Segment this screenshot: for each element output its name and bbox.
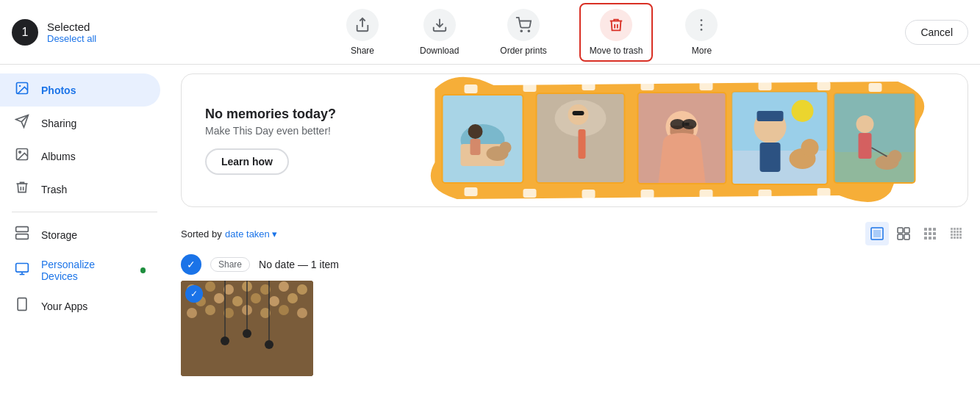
svg-rect-32: [700, 190, 713, 198]
sidebar-photos-label: Photos: [41, 84, 76, 96]
svg-point-124: [297, 308, 307, 318]
sidebar-item-sharing[interactable]: Sharing: [0, 107, 160, 140]
albums-icon: [15, 147, 29, 165]
sidebar-trash-icon: [15, 180, 29, 198]
sidebar-item-albums[interactable]: Albums: [0, 140, 160, 173]
selected-info: Selected Deselect all: [47, 21, 96, 44]
sort-type[interactable]: date taken ▾: [225, 228, 277, 240]
svg-rect-55: [685, 123, 690, 126]
view-tiny-button[interactable]: [945, 222, 968, 245]
svg-rect-84: [933, 232, 936, 235]
svg-point-68: [856, 115, 874, 133]
banner-title: No memories today?: [205, 107, 364, 122]
svg-rect-29: [523, 189, 537, 198]
download-button[interactable]: Download: [411, 3, 468, 62]
svg-rect-11: [16, 227, 29, 232]
svg-point-2: [701, 19, 703, 21]
svg-rect-97: [954, 234, 956, 236]
sidebar-storage-label: Storage: [41, 229, 77, 241]
svg-point-59: [792, 100, 814, 122]
svg-rect-99: [959, 234, 962, 236]
svg-rect-90: [956, 228, 959, 230]
svg-rect-62: [760, 143, 781, 172]
section-title: No date — 1 item: [259, 259, 339, 270]
svg-rect-22: [582, 82, 595, 90]
svg-rect-86: [929, 237, 931, 240]
view-large-button[interactable]: [865, 222, 889, 245]
svg-rect-61: [757, 111, 784, 121]
no-date-label: No date: [259, 259, 295, 270]
svg-rect-92: [951, 231, 953, 233]
selected-count-badge: 1: [12, 19, 38, 46]
svg-rect-98: [956, 234, 959, 236]
toolbar: 1 Selected Deselect all Share Download: [0, 0, 980, 65]
svg-rect-48: [579, 129, 586, 159]
svg-point-111: [297, 284, 307, 295]
photo-thumbnail[interactable]: ✓: [181, 281, 313, 376]
personalize-dot: [140, 267, 146, 273]
storage-icon: [15, 226, 29, 244]
sidebar-item-storage[interactable]: Storage: [0, 218, 160, 251]
svg-rect-33: [759, 190, 772, 198]
photo-grid: ✓: [181, 281, 968, 376]
svg-rect-15: [16, 263, 29, 272]
svg-rect-18: [18, 298, 26, 311]
view-small-button[interactable]: [918, 222, 942, 245]
section-header: ✓ Share No date — 1 item: [181, 254, 968, 275]
selected-label: Selected: [47, 21, 96, 33]
learn-how-button[interactable]: Learn how: [205, 148, 289, 175]
sidebar-item-photos[interactable]: Photos: [0, 73, 160, 107]
deselect-all-link[interactable]: Deselect all: [47, 33, 96, 44]
svg-rect-91: [959, 228, 962, 230]
svg-rect-87: [933, 237, 936, 240]
share-label: Share: [351, 46, 374, 56]
view-medium-button[interactable]: [892, 222, 915, 245]
svg-rect-69: [859, 133, 872, 159]
share-button[interactable]: Share: [337, 3, 387, 62]
sidebar-item-trash[interactable]: Trash: [0, 173, 160, 206]
more-button[interactable]: More: [676, 3, 726, 62]
svg-point-39: [468, 124, 483, 139]
svg-point-117: [287, 293, 298, 303]
sidebar-your-apps-label: Your Apps: [41, 300, 87, 312]
svg-point-6: [19, 85, 21, 87]
sidebar-item-personalize-devices[interactable]: Personalize Devices: [0, 251, 160, 289]
cancel-button[interactable]: Cancel: [905, 20, 968, 45]
svg-point-113: [214, 293, 224, 303]
svg-point-130: [265, 340, 273, 349]
svg-rect-103: [959, 237, 962, 239]
svg-rect-78: [904, 234, 909, 240]
svg-rect-85: [924, 237, 927, 240]
share-badge[interactable]: Share: [210, 257, 250, 272]
section-check[interactable]: ✓: [181, 254, 201, 275]
trash-icon: [600, 9, 632, 41]
your-apps-icon: [15, 297, 29, 315]
svg-point-4: [701, 29, 703, 31]
sidebar-divider: [12, 212, 157, 212]
svg-rect-47: [573, 111, 584, 115]
svg-rect-30: [582, 190, 595, 198]
svg-rect-102: [956, 237, 959, 239]
svg-rect-21: [523, 83, 537, 92]
svg-point-114: [232, 296, 243, 306]
toolbar-left: 1 Selected Deselect all: [12, 19, 159, 46]
svg-point-0: [521, 30, 522, 32]
svg-point-71: [889, 150, 902, 163]
sort-label: Sorted by date taken ▾: [181, 227, 277, 240]
photo-section: ✓ Share No date — 1 item ✓: [169, 251, 980, 379]
svg-rect-93: [954, 231, 956, 233]
svg-rect-83: [929, 232, 931, 235]
order-prints-button[interactable]: Order prints: [491, 3, 555, 62]
move-to-trash-button[interactable]: Move to trash: [579, 3, 654, 62]
svg-point-64: [801, 139, 819, 156]
banner-illustration: [387, 74, 968, 206]
item-count: 1 item: [311, 259, 339, 270]
sidebar-item-your-apps[interactable]: Your Apps: [0, 289, 160, 323]
memories-banner: No memories today? Make This Day even be…: [181, 73, 968, 207]
svg-rect-20: [465, 84, 478, 93]
svg-rect-101: [954, 237, 956, 239]
svg-point-42: [500, 142, 512, 154]
photos-icon: [15, 81, 29, 99]
sharing-icon: [15, 114, 29, 132]
download-icon: [423, 9, 456, 41]
